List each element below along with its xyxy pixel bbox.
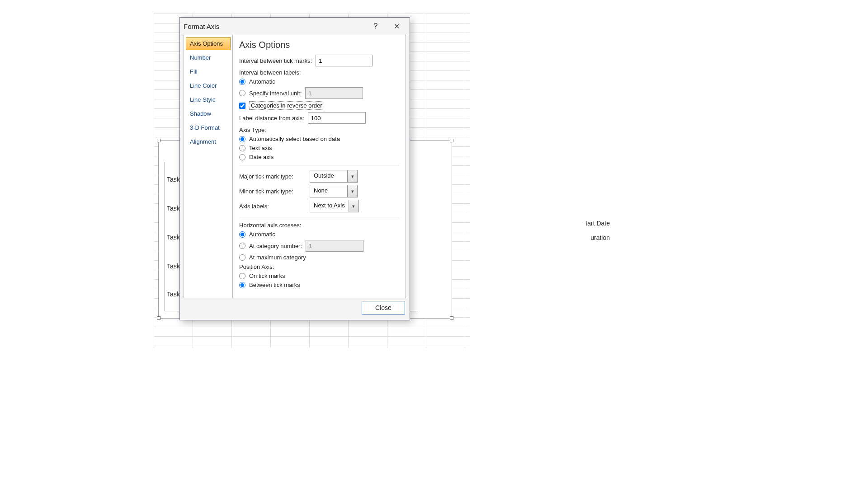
interval-labels-specify-label: Specify interval unit:	[249, 90, 302, 97]
nav-number[interactable]: Number	[186, 51, 231, 64]
axis-type-auto-label: Automatically select based on data	[249, 136, 340, 142]
options-panel: Axis Options Interval between tick marks…	[233, 35, 406, 298]
nav-axis-options[interactable]: Axis Options	[186, 37, 231, 50]
resize-handle[interactable]	[157, 139, 160, 142]
axis-tick-label: Task	[167, 234, 180, 241]
close-icon[interactable]: ✕	[386, 19, 407, 33]
interval-labels-specify-radio[interactable]	[239, 90, 245, 96]
nav-shadow[interactable]: Shadow	[186, 107, 231, 120]
help-button[interactable]: ?	[365, 19, 386, 33]
category-nav: Axis Options Number Fill Line Color Line…	[184, 35, 233, 298]
position-axis-label: Position Axis:	[239, 263, 399, 270]
reverse-order-checkbox[interactable]	[239, 103, 245, 109]
minor-tick-select[interactable]: None ▾	[310, 185, 358, 197]
axis-type-text-radio[interactable]	[239, 145, 245, 151]
h-crosses-category-label: At category number:	[249, 243, 302, 249]
interval-ticks-label: Interval between tick marks:	[239, 57, 312, 64]
major-tick-select[interactable]: Outside ▾	[310, 170, 358, 183]
h-crosses-category-radio[interactable]	[239, 243, 245, 249]
axis-type-label: Axis Type:	[239, 127, 399, 133]
nav-3d-format[interactable]: 3-D Format	[186, 121, 231, 134]
close-button[interactable]: Close	[362, 301, 405, 314]
interval-unit-input[interactable]	[305, 87, 363, 99]
h-crosses-auto-label: Automatic	[249, 231, 275, 238]
axis-labels-label: Axis labels:	[239, 203, 306, 210]
title-bar[interactable]: Format Axis ? ✕	[180, 18, 410, 35]
h-crosses-max-label: At maximum category	[249, 254, 306, 261]
position-between-ticks-radio[interactable]	[239, 282, 245, 288]
legend-entry: tart Date	[585, 220, 610, 227]
horizontal-crosses-label: Horizontal axis crosses:	[239, 222, 399, 229]
resize-handle[interactable]	[450, 139, 453, 142]
resize-handle[interactable]	[157, 316, 160, 320]
axis-tick-label: Task	[167, 205, 180, 212]
interval-labels-label: Interval between labels:	[239, 69, 399, 76]
h-crosses-category-input[interactable]	[306, 240, 363, 252]
separator	[239, 165, 399, 165]
axis-tick-label: Task	[167, 176, 180, 183]
axis-tick-label: Task	[167, 263, 180, 270]
label-distance-label: Label distance from axis:	[239, 115, 304, 122]
chevron-down-icon[interactable]: ▾	[349, 200, 359, 212]
axis-type-date-label: Date axis	[249, 154, 274, 160]
separator	[239, 217, 399, 217]
chevron-down-icon[interactable]: ▾	[347, 170, 357, 182]
axis-type-text-label: Text axis	[249, 145, 272, 151]
axis-type-auto-radio[interactable]	[239, 136, 245, 142]
format-axis-dialog: Format Axis ? ✕ Axis Options Number Fill…	[179, 17, 410, 320]
axis-labels-value: Next to Axis	[310, 200, 349, 212]
major-tick-value: Outside	[310, 170, 347, 182]
minor-tick-label: Minor tick mark type:	[239, 188, 306, 195]
position-on-ticks-radio[interactable]	[239, 273, 245, 279]
panel-heading: Axis Options	[239, 40, 399, 50]
position-between-ticks-label: Between tick marks	[249, 282, 300, 288]
h-crosses-auto-radio[interactable]	[239, 231, 245, 238]
interval-labels-auto-label: Automatic	[249, 78, 275, 85]
nav-line-style[interactable]: Line Style	[186, 93, 231, 106]
h-crosses-max-radio[interactable]	[239, 254, 245, 261]
axis-tick-label: Task	[167, 291, 180, 298]
nav-line-color[interactable]: Line Color	[186, 79, 231, 92]
nav-fill[interactable]: Fill	[186, 65, 231, 78]
major-tick-label: Major tick mark type:	[239, 173, 306, 180]
reverse-order-label: Categories in reverse order	[249, 101, 324, 110]
axis-type-date-radio[interactable]	[239, 154, 245, 160]
minor-tick-value: None	[310, 185, 347, 197]
interval-labels-auto-radio[interactable]	[239, 79, 245, 85]
label-distance-input[interactable]	[308, 112, 366, 124]
position-on-ticks-label: On tick marks	[249, 272, 285, 279]
chevron-down-icon[interactable]: ▾	[347, 185, 357, 197]
axis-labels-select[interactable]: Next to Axis ▾	[310, 200, 359, 212]
dialog-title: Format Axis	[184, 23, 365, 30]
legend-entry: uration	[590, 234, 610, 241]
nav-alignment[interactable]: Alignment	[186, 135, 231, 148]
resize-handle[interactable]	[450, 316, 453, 320]
interval-ticks-input[interactable]	[316, 55, 373, 66]
